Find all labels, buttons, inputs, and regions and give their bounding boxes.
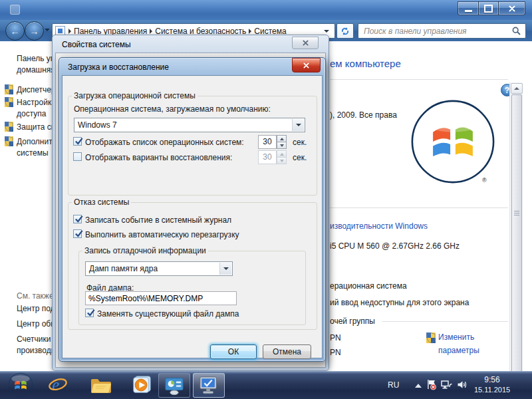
dump-file-input[interactable]	[85, 291, 237, 305]
taskbar-item-internet-explorer[interactable]: e	[48, 375, 68, 395]
recent-pages-chevron[interactable]	[45, 29, 50, 31]
cancel-button[interactable]: Отмена	[263, 344, 311, 359]
change-settings-link-line2[interactable]: параметры	[438, 346, 479, 355]
overwrite-label[interactable]: Заменять существующий файл дампа	[97, 309, 239, 319]
os-list-timeout-spinner[interactable]	[277, 135, 287, 149]
action-center-icon[interactable]	[426, 379, 436, 390]
computer-fullname-value: PN	[330, 348, 341, 357]
clock-date: 15.11.2015	[469, 385, 515, 395]
language-indicator[interactable]: RU	[388, 380, 399, 390]
desktop: ← → Панель управления Система и безопасн…	[0, 0, 532, 399]
default-os-combobox[interactable]: Windows 7	[74, 118, 305, 132]
scrollbar-thumb[interactable]	[511, 94, 522, 397]
clock[interactable]: 9:56 15.11.2015	[469, 374, 515, 395]
change-settings-link[interactable]: Изменить	[438, 332, 474, 342]
windows-logo	[410, 98, 496, 185]
default-os-label: Операционная система, загружаемая по умо…	[74, 104, 271, 114]
maximize-icon	[484, 5, 493, 13]
address-dropdown-icon[interactable]	[324, 30, 329, 33]
close-button[interactable]	[292, 37, 319, 49]
close-button[interactable]	[498, 1, 525, 15]
taskbar: e	[0, 371, 532, 399]
log-event-checkbox[interactable]	[73, 215, 82, 223]
close-icon	[509, 5, 515, 12]
combo-dropdown-button[interactable]	[292, 119, 304, 131]
os-list-timeout-field[interactable]: 30	[258, 135, 277, 149]
sidebar-see-also-header: См. также	[17, 291, 54, 301]
show-recovery-label[interactable]: Отображать варианты восстановления:	[85, 153, 232, 162]
recovery-timeout-field: 30	[258, 150, 277, 164]
network-icon[interactable]	[441, 380, 452, 390]
taskbar-item-media-player[interactable]	[132, 375, 152, 395]
auto-restart-label[interactable]: Выполнить автоматическую перезагрузку	[85, 230, 239, 239]
start-button[interactable]	[8, 372, 33, 398]
log-event-label[interactable]: Записать событие в системный журнал	[85, 215, 231, 225]
performance-index-link[interactable]: изводительности Windows	[330, 221, 428, 231]
taskbar-item-explorer[interactable]	[90, 376, 112, 394]
pen-touch-value: ий ввод недоступны для этого экрана	[330, 298, 469, 307]
debug-group-label: Запись отладочной информации	[82, 246, 208, 255]
page-title: ем компьютере	[330, 58, 401, 69]
clock-time: 9:56	[469, 374, 515, 385]
cpu-value: i5 CPU M 560 @ 2.67GHz 2.66 GHz	[330, 241, 460, 251]
explorer-titlebar	[0, 0, 532, 20]
dialog-title: Свойства системы	[62, 40, 131, 49]
auto-restart-checkbox[interactable]	[73, 229, 82, 238]
taskbar-item-system[interactable]	[193, 373, 225, 398]
search-input[interactable]	[362, 26, 511, 37]
system-monitor-icon	[199, 376, 219, 396]
chevron-down-icon	[296, 124, 301, 126]
sidebar-item-advanced-settings-line2[interactable]: системы	[17, 148, 49, 158]
spin-down-icon[interactable]	[277, 142, 287, 149]
failure-group-label: Отказ системы	[72, 198, 131, 207]
show-hidden-icons-button[interactable]	[415, 384, 422, 388]
registered-mark: ®	[482, 177, 487, 184]
scrollbar-grip	[514, 211, 519, 216]
maximize-button[interactable]	[478, 1, 499, 15]
divider	[330, 207, 508, 208]
minimize-icon	[465, 10, 472, 12]
dump-type-combobox[interactable]: Дамп памяти ядра	[85, 261, 233, 276]
show-recovery-checkbox[interactable]	[73, 152, 82, 161]
scrollbar[interactable]	[509, 82, 523, 399]
minimize-button[interactable]	[458, 1, 479, 15]
spin-up-icon[interactable]	[277, 135, 287, 142]
close-button[interactable]	[292, 58, 321, 72]
uac-shield-icon	[5, 122, 13, 132]
search-box[interactable]	[358, 23, 526, 39]
search-icon[interactable]	[512, 27, 521, 35]
combo-dropdown-button[interactable]	[219, 263, 231, 275]
startup-recovery-dialog: Загрузка и восстановление Загрузка опера…	[59, 57, 326, 362]
show-os-list-label[interactable]: Отображать список операционных систем:	[85, 138, 244, 147]
show-os-list-checkbox[interactable]	[73, 137, 82, 146]
uac-shield-icon	[426, 332, 436, 343]
boot-group-label: Загрузка операционной системы	[72, 91, 198, 100]
forward-button[interactable]: →	[25, 21, 44, 41]
sidebar-item-remote-access-line2[interactable]: доступа	[17, 109, 46, 118]
refresh-icon	[340, 27, 350, 36]
spin-down-icon	[277, 158, 287, 164]
overwrite-checkbox[interactable]	[85, 309, 94, 317]
default-os-value: Windows 7	[78, 120, 117, 130]
computer-name-value: PN	[330, 333, 341, 342]
chevron-down-icon	[223, 267, 229, 270]
ok-button[interactable]: ОК	[210, 344, 257, 359]
os-type-value: ерационная система	[330, 281, 407, 291]
recovery-timeout-spinner	[277, 150, 287, 164]
window-icon	[10, 5, 20, 15]
divider	[330, 79, 508, 80]
close-icon	[303, 40, 309, 46]
workgroup-section-header: очей группы	[330, 317, 375, 326]
dump-type-value: Дамп памяти ядра	[89, 264, 158, 273]
refresh-button[interactable]	[336, 23, 354, 39]
copyright-text: ), 2009. Все права	[330, 110, 397, 120]
scroll-up-button[interactable]	[511, 83, 523, 94]
seconds-label: сек.	[293, 153, 307, 162]
uac-shield-icon	[5, 84, 13, 94]
dialog-title: Загрузка и восстановление	[68, 63, 169, 72]
seconds-label: сек.	[293, 138, 307, 147]
volume-icon[interactable]	[457, 380, 467, 390]
uac-shield-icon	[5, 136, 13, 146]
taskbar-item-control-panel[interactable]	[158, 373, 190, 398]
back-button[interactable]: ←	[5, 21, 25, 41]
